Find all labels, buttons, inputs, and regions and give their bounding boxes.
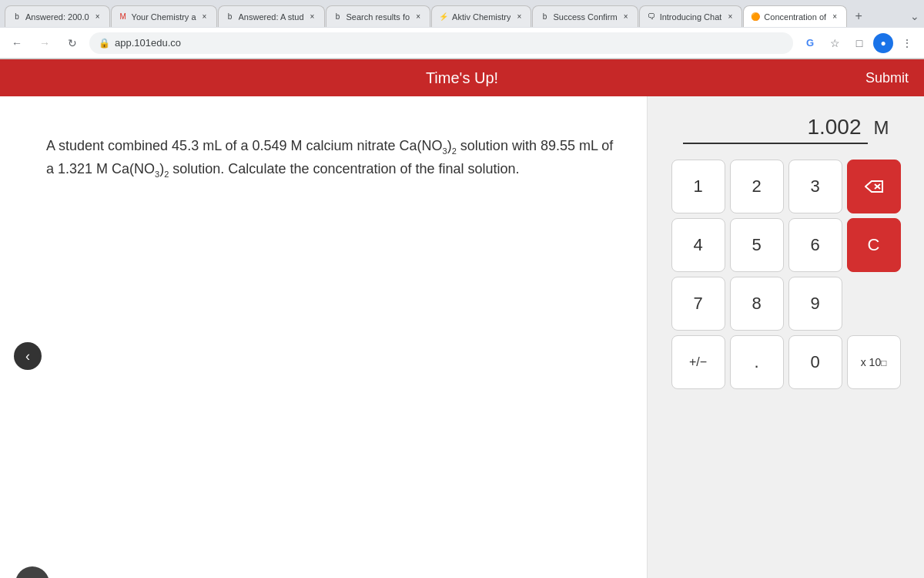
key-1[interactable]: 1 bbox=[671, 160, 725, 213]
tab-3[interactable]: b Answered: A stud × bbox=[218, 5, 325, 27]
tab-5-close[interactable]: × bbox=[514, 12, 524, 22]
tab-8[interactable]: 🟠 Concentration of × bbox=[743, 5, 847, 27]
tab-5-favicon: ⚡ bbox=[438, 12, 449, 22]
tab-3-favicon: b bbox=[225, 12, 236, 22]
more-tabs-button[interactable]: ⌄ bbox=[910, 10, 919, 22]
key-7[interactable]: 7 bbox=[671, 277, 725, 331]
key-8[interactable]: 8 bbox=[730, 277, 784, 331]
display-unit: M bbox=[874, 117, 889, 139]
tab-7[interactable]: 🗨 Introducing Chat × bbox=[639, 5, 743, 27]
key-decimal[interactable]: . bbox=[730, 335, 784, 389]
nav-actions: G ☆ □ ● ⋮ bbox=[799, 32, 918, 54]
tab-7-label: Introducing Chat bbox=[660, 12, 722, 22]
add-button[interactable]: + bbox=[15, 566, 49, 578]
keypad: 1 2 3 4 5 6 C 7 8 9 +/− . 0 bbox=[671, 160, 901, 389]
tab-4[interactable]: b Search results fo × bbox=[326, 5, 431, 27]
new-window-button[interactable]: □ bbox=[849, 32, 870, 54]
tab-8-close[interactable]: × bbox=[829, 12, 840, 22]
profile-button[interactable]: ● bbox=[873, 33, 893, 53]
tab-6-close[interactable]: × bbox=[621, 12, 631, 22]
bookmark-button[interactable]: ☆ bbox=[824, 32, 845, 54]
key-9[interactable]: 9 bbox=[788, 277, 842, 331]
tab-5[interactable]: ⚡ Aktiv Chemistry × bbox=[431, 5, 531, 27]
question-text: A student combined 45.3 mL of a 0.549 M … bbox=[46, 135, 616, 181]
address-text: app.101edu.co bbox=[115, 37, 784, 49]
top-bar-title: Time's Up! bbox=[426, 69, 498, 87]
more-button[interactable]: ⋮ bbox=[896, 32, 918, 54]
tab-6-label: Success Confirm bbox=[553, 12, 617, 22]
key-empty bbox=[847, 277, 901, 331]
tab-4-favicon: b bbox=[333, 12, 343, 22]
tab-7-favicon: 🗨 bbox=[646, 12, 657, 22]
submit-button[interactable]: Submit bbox=[865, 70, 909, 86]
key-exponent[interactable]: x 10□ bbox=[847, 335, 901, 389]
reload-button[interactable]: ↻ bbox=[62, 32, 83, 54]
tab-5-label: Aktiv Chemistry bbox=[452, 12, 511, 22]
key-2[interactable]: 2 bbox=[730, 160, 784, 213]
tab-2-favicon: M bbox=[118, 12, 129, 22]
plus-icon: + bbox=[27, 573, 38, 578]
back-panel-button[interactable]: ‹ bbox=[14, 342, 42, 370]
display-area: M bbox=[663, 112, 909, 144]
key-clear[interactable]: C bbox=[847, 218, 901, 272]
left-panel: ‹ A student combined 45.3 mL of a 0.549 … bbox=[0, 96, 647, 578]
tab-3-close[interactable]: × bbox=[307, 12, 318, 22]
top-bar: Time's Up! Submit bbox=[0, 59, 924, 96]
tab-2-label: Your Chemistry a bbox=[132, 12, 196, 22]
tab-1-close[interactable]: × bbox=[92, 12, 103, 22]
new-tab-button[interactable]: + bbox=[848, 5, 869, 27]
forward-button[interactable]: → bbox=[34, 32, 55, 54]
tab-1-label: Answered: 200.0 bbox=[25, 12, 89, 22]
back-chevron-icon: ‹ bbox=[25, 348, 30, 365]
tab-7-close[interactable]: × bbox=[725, 12, 735, 22]
tab-6-favicon: b bbox=[539, 12, 550, 22]
tab-8-label: Concentration of bbox=[764, 12, 826, 22]
tab-4-label: Search results fo bbox=[346, 12, 410, 22]
tab-1-favicon: b bbox=[12, 12, 22, 22]
tab-2-close[interactable]: × bbox=[199, 12, 210, 22]
address-bar[interactable]: 🔒 app.101edu.co bbox=[89, 32, 793, 54]
tab-4-close[interactable]: × bbox=[413, 12, 424, 22]
right-panel: M 1 2 3 4 5 6 C 7 8 9 bbox=[647, 96, 924, 578]
key-5[interactable]: 5 bbox=[730, 218, 784, 272]
tab-3-label: Answered: A stud bbox=[239, 12, 304, 22]
nav-bar: ← → ↻ 🔒 app.101edu.co G ☆ □ ● ⋮ bbox=[0, 28, 924, 59]
google-button[interactable]: G bbox=[799, 32, 821, 54]
tab-8-favicon: 🟠 bbox=[750, 12, 761, 22]
tab-6[interactable]: b Success Confirm × bbox=[532, 5, 638, 27]
page-content: ‹ A student combined 45.3 mL of a 0.549 … bbox=[0, 96, 924, 578]
key-0[interactable]: 0 bbox=[788, 335, 842, 389]
tab-2[interactable]: M Your Chemistry a × bbox=[111, 5, 217, 27]
key-4[interactable]: 4 bbox=[671, 218, 725, 272]
key-plusminus[interactable]: +/− bbox=[671, 335, 725, 389]
back-button[interactable]: ← bbox=[6, 32, 28, 54]
key-6[interactable]: 6 bbox=[788, 218, 842, 272]
tab-1[interactable]: b Answered: 200.0 × bbox=[5, 5, 110, 27]
backspace-icon bbox=[865, 180, 883, 193]
lock-icon: 🔒 bbox=[99, 38, 110, 49]
calculator-display[interactable] bbox=[683, 112, 868, 144]
browser-chrome: b Answered: 200.0 × M Your Chemistry a ×… bbox=[0, 0, 924, 59]
key-backspace[interactable] bbox=[847, 160, 901, 213]
key-3[interactable]: 3 bbox=[788, 160, 842, 213]
tab-bar: b Answered: 200.0 × M Your Chemistry a ×… bbox=[0, 0, 924, 28]
